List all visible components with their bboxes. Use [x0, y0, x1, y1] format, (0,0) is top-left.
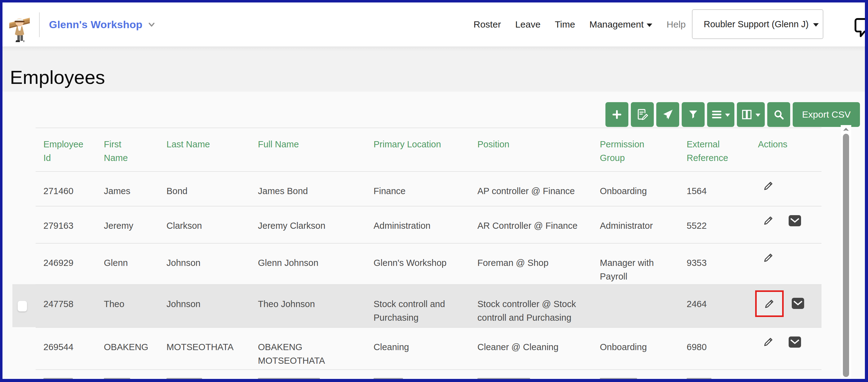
search-button[interactable]	[767, 102, 790, 127]
columns-button[interactable]	[737, 102, 765, 127]
nav-help[interactable]: Help	[666, 19, 686, 30]
plus-icon	[612, 109, 622, 120]
cell-primary-location: Cleaning	[366, 328, 470, 369]
caret-down-icon	[647, 24, 652, 27]
email-employee-button[interactable]	[792, 292, 804, 309]
form-edit-icon	[636, 108, 649, 121]
clipped-row-text	[166, 378, 202, 381]
email-employee-button[interactable]	[788, 214, 801, 226]
search-icon	[773, 109, 784, 120]
cell-external-reference: 1564	[679, 172, 750, 206]
cell-employee-id: 246929	[36, 244, 96, 284]
col-header-first-name[interactable]: First Name	[96, 128, 159, 171]
company-logo[interactable]	[9, 13, 30, 45]
nav-management[interactable]: Management	[589, 19, 652, 30]
filter-button[interactable]	[682, 102, 705, 127]
edit-employee-button[interactable]	[764, 298, 775, 310]
clipped-row-text	[600, 378, 637, 381]
table-row[interactable]: 246929 Glenn Johnson Glenn Johnson Glenn…	[36, 243, 822, 284]
bulk-edit-button[interactable]	[631, 102, 654, 127]
col-header-permission-group[interactable]: Permission Group	[592, 128, 679, 171]
user-menu-label: Roubler Support (Glenn J)	[704, 19, 809, 29]
col-header-external-reference[interactable]: External Reference	[679, 128, 750, 171]
edit-employee-button[interactable]	[763, 252, 774, 264]
envelope-icon	[788, 337, 801, 348]
cell-last-name: Johnson	[159, 285, 250, 327]
add-employee-button[interactable]	[606, 102, 628, 127]
user-menu[interactable]: Roubler Support (Glenn J)	[692, 9, 824, 39]
mascot-logo-image	[9, 13, 30, 44]
clipped-row-text	[687, 378, 711, 381]
cell-external-reference: 9353	[679, 244, 750, 284]
envelope-icon	[788, 215, 801, 226]
page-title: Employees	[10, 66, 105, 88]
nav-roster[interactable]: Roster	[474, 19, 501, 30]
cell-employee-id: 271460	[36, 172, 96, 206]
top-bar: Glenn's Workshop Roster Leave Time Manag…	[2, 2, 865, 46]
table-row[interactable]: 279163 Jeremy Clarkson Jeremy Clarkson A…	[36, 206, 822, 243]
columns-icon	[741, 109, 752, 120]
vertical-scrollbar[interactable]	[841, 125, 851, 379]
col-header-position[interactable]: Position	[470, 128, 592, 171]
cell-primary-location: Stock controll and Purchasing	[366, 285, 470, 327]
main-nav: Roster Leave Time Management Help	[474, 2, 686, 46]
paper-plane-icon	[662, 109, 674, 120]
cell-primary-location: Administration	[366, 206, 470, 243]
col-header-full-name[interactable]: Full Name	[250, 128, 366, 171]
list-options-button[interactable]	[707, 102, 734, 127]
table-header-row: Employee Id First Name Last Name Full Na…	[36, 128, 822, 171]
caret-down-icon	[725, 114, 730, 117]
col-header-primary-location[interactable]: Primary Location	[366, 128, 470, 171]
cell-actions	[750, 244, 822, 284]
scroll-up-arrow-icon[interactable]	[843, 127, 849, 132]
table-row[interactable]: 269544 OBAKENG MOTSEOTHATA OBAKENG MOTSE…	[36, 327, 822, 369]
logo-divider	[39, 12, 40, 37]
edit-employee-button[interactable]	[763, 180, 774, 192]
nav-leave[interactable]: Leave	[515, 19, 540, 30]
pencil-icon	[764, 298, 775, 310]
company-switcher[interactable]: Glenn's Workshop	[49, 2, 156, 46]
cell-external-reference: 6980	[679, 328, 750, 369]
cell-full-name: Jeremy Clarkson	[250, 206, 366, 243]
export-csv-button[interactable]: Export CSV	[793, 102, 860, 127]
table-row[interactable]: 271460 James Bond James Bond Finance AP …	[36, 171, 822, 206]
cell-permission-group: Onboarding	[592, 328, 679, 369]
chat-bubble-icon[interactable]	[853, 16, 868, 41]
cell-full-name: Theo Johnson	[250, 285, 366, 327]
cell-actions	[750, 328, 822, 369]
edit-employee-button[interactable]	[763, 336, 774, 348]
table-toolbar: Export CSV	[606, 102, 860, 127]
row-select-checkbox[interactable]	[18, 301, 27, 311]
list-icon	[711, 109, 722, 120]
col-header-employee-id[interactable]: Employee Id	[36, 128, 96, 171]
cell-employee-id: 269544	[36, 328, 96, 369]
cell-employee-id: 247758	[36, 285, 96, 327]
clipped-row-text	[258, 378, 320, 381]
cell-first-name: Theo	[96, 285, 159, 327]
cell-position: AP controller @ Finance	[470, 172, 592, 206]
cell-employee-id: 279163	[36, 206, 96, 243]
caret-down-icon	[813, 23, 819, 27]
cell-full-name: Glenn Johnson	[250, 244, 366, 284]
cell-full-name: James Bond	[250, 172, 366, 206]
envelope-icon	[792, 298, 804, 309]
clipped-next-row	[36, 369, 822, 382]
scrollbar-thumb[interactable]	[843, 134, 849, 377]
page-header-band: Employees	[2, 46, 865, 92]
cell-permission-group: Administrator	[592, 206, 679, 243]
red-highlight-box	[755, 290, 784, 317]
send-message-button[interactable]	[656, 102, 679, 127]
cell-permission-group	[592, 285, 679, 327]
cell-actions	[750, 172, 822, 206]
nav-time[interactable]: Time	[555, 19, 576, 30]
edit-employee-button[interactable]	[763, 214, 774, 226]
cell-first-name: OBAKENG	[96, 328, 159, 369]
chevron-down-icon	[147, 20, 156, 29]
clipped-row-text	[43, 378, 73, 381]
email-employee-button[interactable]	[788, 336, 801, 348]
cell-position: Foreman @ Shop	[470, 244, 592, 284]
table-row-selected[interactable]: 247758 Theo Johnson Theo Johnson Stock c…	[36, 284, 822, 327]
col-header-last-name[interactable]: Last Name	[159, 128, 250, 171]
cell-first-name: James	[96, 172, 159, 206]
employees-page: Glenn's Workshop Roster Leave Time Manag…	[0, 0, 868, 382]
